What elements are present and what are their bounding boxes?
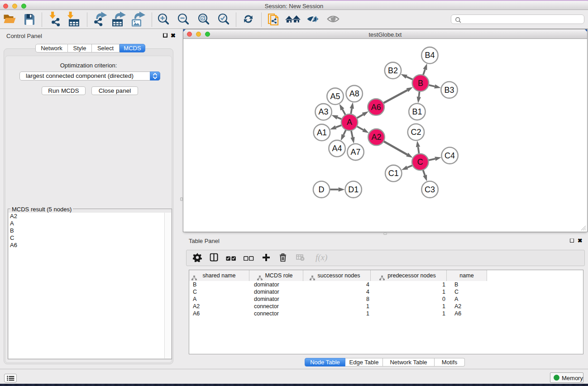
svg-text:A: A <box>347 118 352 127</box>
svg-text:D: D <box>319 185 325 194</box>
svg-text:A1: A1 <box>317 128 327 137</box>
svg-text:D1: D1 <box>348 185 359 194</box>
svg-text:B2: B2 <box>388 66 398 75</box>
svg-text:C: C <box>417 157 423 167</box>
svg-text:C3: C3 <box>425 185 435 194</box>
svg-text:A2: A2 <box>371 133 381 142</box>
svg-text:B3: B3 <box>444 86 454 95</box>
svg-text:C2: C2 <box>411 128 421 137</box>
svg-text:B4: B4 <box>425 51 435 60</box>
svg-text:C1: C1 <box>388 169 399 178</box>
svg-text:B: B <box>418 79 423 88</box>
svg-text:A3: A3 <box>319 107 329 116</box>
svg-text:A6: A6 <box>371 103 381 112</box>
svg-text:A5: A5 <box>330 92 340 101</box>
svg-text:C4: C4 <box>445 151 455 160</box>
svg-text:A4: A4 <box>332 144 342 153</box>
svg-text:B1: B1 <box>412 107 422 116</box>
svg-text:A8: A8 <box>349 89 359 98</box>
svg-text:A7: A7 <box>351 148 361 157</box>
